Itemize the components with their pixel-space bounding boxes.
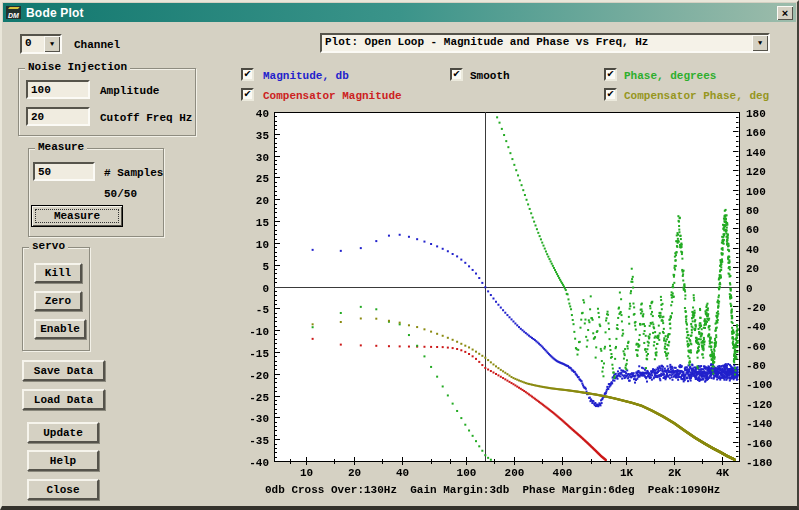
bode-plot-canvas[interactable] (237, 102, 799, 502)
samples-field[interactable] (33, 162, 95, 181)
close-icon[interactable]: × (777, 6, 793, 20)
measure-button[interactable]: Measure (31, 205, 123, 227)
channel-value: 0 (22, 36, 44, 52)
plot-type-value: Plot: Open Loop - Magnitude and Phase vs… (322, 35, 752, 51)
status-line: 0db Cross Over:130Hz Gain Margin:3db Pha… (265, 484, 720, 496)
chevron-down-icon[interactable]: ▼ (44, 36, 60, 52)
bode-plot-window: DM Bode Plot × 0 ▼ Channel Plot: Open Lo… (0, 0, 799, 510)
cutoff-freq-label: Cutoff Freq Hz (100, 112, 192, 124)
phase-checkbox[interactable]: ✔ (604, 68, 617, 81)
app-icon: DM (6, 6, 21, 19)
amplitude-field[interactable] (26, 80, 90, 99)
smooth-checkbox-label[interactable]: Smooth (470, 70, 510, 82)
close-button[interactable]: Close (27, 479, 99, 500)
noise-injection-legend: Noise Injection (25, 61, 130, 73)
plot-type-select[interactable]: Plot: Open Loop - Magnitude and Phase vs… (320, 33, 770, 53)
compensator-phase-checkbox[interactable]: ✔ (604, 88, 617, 101)
phase-checkbox-label[interactable]: Phase, degrees (624, 70, 716, 82)
compensator-magnitude-checkbox[interactable]: ✔ (241, 88, 254, 101)
samples-label: # Samples (104, 167, 163, 179)
compensator-phase-checkbox-label[interactable]: Compensator Phase, deg (624, 90, 769, 102)
channel-label: Channel (74, 39, 120, 51)
compensator-magnitude-checkbox-label[interactable]: Compensator Magnitude (263, 90, 402, 102)
cutoff-freq-field[interactable] (26, 107, 90, 126)
channel-select[interactable]: 0 ▼ (20, 34, 62, 54)
smooth-checkbox[interactable]: ✔ (450, 68, 463, 81)
chevron-down-icon[interactable]: ▼ (752, 35, 768, 51)
enable-button[interactable]: Enable (34, 319, 86, 339)
servo-legend: servo (29, 240, 68, 252)
load-data-button[interactable]: Load Data (22, 389, 105, 410)
amplitude-label: Amplitude (100, 85, 159, 97)
kill-button[interactable]: Kill (34, 263, 82, 283)
save-data-button[interactable]: Save Data (22, 360, 105, 381)
title-bar[interactable]: DM Bode Plot × (3, 3, 796, 22)
window-title: Bode Plot (26, 6, 84, 20)
help-button[interactable]: Help (27, 450, 99, 471)
magnitude-checkbox-label[interactable]: Magnitude, db (263, 70, 349, 82)
magnitude-checkbox[interactable]: ✔ (241, 68, 254, 81)
zero-button[interactable]: Zero (34, 291, 82, 311)
samples-progress: 50/50 (104, 188, 137, 200)
update-button[interactable]: Update (27, 422, 99, 443)
measure-legend: Measure (35, 141, 87, 153)
